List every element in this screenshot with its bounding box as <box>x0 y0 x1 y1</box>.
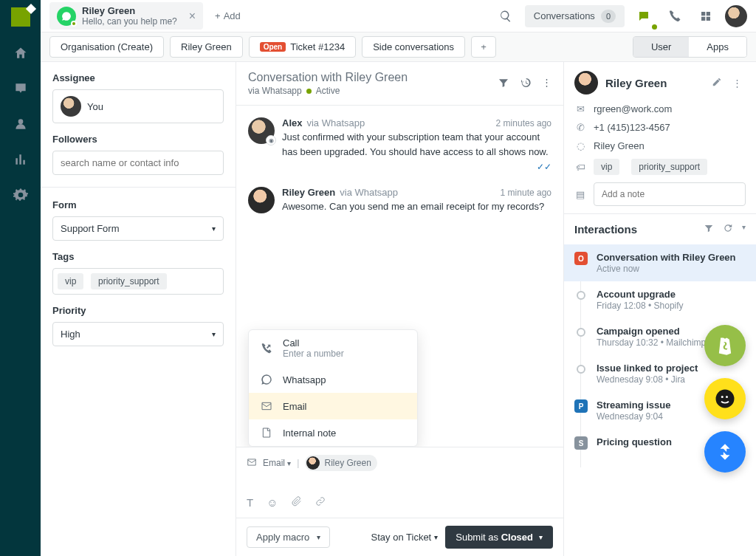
note-input[interactable] <box>594 182 746 206</box>
history-icon[interactable] <box>520 77 532 91</box>
chevron-down-icon[interactable]: ▾ <box>742 223 746 236</box>
chevron-down-icon: ▾ <box>212 330 216 338</box>
emoji-icon[interactable]: ☺ <box>267 496 278 509</box>
whatsapp-icon: ◌ <box>574 140 586 151</box>
attachment-icon[interactable] <box>292 496 302 509</box>
more-icon[interactable]: ⋮ <box>542 77 551 91</box>
apps-grid-icon[interactable] <box>694 4 718 28</box>
filter-icon[interactable] <box>704 223 714 236</box>
settings-icon[interactable] <box>12 186 30 204</box>
conversation-panel: Conversation with Riley Green via Whatsa… <box>236 62 564 556</box>
customer-name: Riley Green <box>605 77 704 89</box>
reply-option-email[interactable]: Email <box>249 393 417 419</box>
chat-status-icon[interactable] <box>632 4 656 28</box>
composer: Email ▾ | Riley Green T ☺ <box>236 447 563 518</box>
message-via: via Whatsapp <box>340 187 398 198</box>
followers-search[interactable] <box>61 157 216 168</box>
mailchimp-app-icon[interactable] <box>704 378 746 419</box>
phone-icon: ✆ <box>574 122 586 133</box>
email-icon <box>247 457 257 470</box>
customer-whatsapp[interactable]: ◌Riley Green <box>574 140 746 151</box>
stay-on-ticket-button[interactable]: Stay on Ticket▾ <box>371 532 439 543</box>
text-format-icon[interactable]: T <box>247 496 253 509</box>
message-via: via Whatsapp <box>306 117 365 128</box>
svg-point-1 <box>721 396 724 398</box>
avatar <box>248 187 275 213</box>
home-icon[interactable] <box>12 44 30 62</box>
form-select[interactable]: Support Form▾ <box>52 216 224 241</box>
tab-side-conversations[interactable]: Side conversations <box>362 36 465 58</box>
context-tabs: Organisation (Create) Riley Green Open T… <box>41 32 756 62</box>
footer-bar: Apply macro▾ Stay on Ticket▾ Submit as C… <box>236 518 563 556</box>
message: ◉ Alex via Whatsapp 2 minutes ago Just c… <box>248 117 551 172</box>
apply-macro-button[interactable]: Apply macro▾ <box>247 526 330 548</box>
interaction-item[interactable]: Account upgradeFriday 12:08 • Shopify <box>574 281 746 318</box>
filter-icon[interactable] <box>498 77 509 91</box>
assignee-avatar <box>61 96 81 117</box>
messages-list: ◉ Alex via Whatsapp 2 minutes ago Just c… <box>236 106 563 447</box>
recipient-chip[interactable]: Riley Green <box>305 455 377 471</box>
tab-requester[interactable]: Riley Green <box>170 36 243 58</box>
tags-field[interactable]: vip priority_support <box>52 268 224 295</box>
assignee-field[interactable]: You <box>52 89 224 123</box>
followers-input[interactable] <box>52 151 224 175</box>
seg-user[interactable]: User <box>633 37 689 57</box>
customer-tags: 🏷 vip priority_support <box>574 159 746 175</box>
email-icon: ✉ <box>574 103 586 114</box>
active-chat-tab[interactable]: Riley Green Hello, can you help me? × <box>49 2 203 30</box>
customer-email[interactable]: ✉rgreen@work.com <box>574 103 746 114</box>
add-tab-button[interactable]: + Add <box>209 7 247 24</box>
phone-icon[interactable] <box>663 4 687 28</box>
seg-apps[interactable]: Apps <box>689 37 746 57</box>
shopify-app-icon[interactable] <box>704 325 746 366</box>
reports-icon[interactable] <box>12 151 30 168</box>
app-bubbles <box>704 325 746 473</box>
close-icon[interactable]: × <box>189 10 196 23</box>
priority-select[interactable]: High▾ <box>52 322 224 346</box>
tag-chip[interactable]: vip <box>58 273 83 289</box>
tab-organisation[interactable]: Organisation (Create) <box>49 36 164 58</box>
message-author: Alex <box>282 117 302 128</box>
status-label: Active <box>316 86 340 96</box>
ticket-label: Ticket #1234 <box>290 41 345 52</box>
right-panel-toggle: User Apps <box>633 36 747 58</box>
event-dot-icon <box>577 365 585 374</box>
tag-chip[interactable]: priority_support <box>91 273 167 289</box>
reply-channel-select[interactable]: Email ▾ <box>263 458 291 468</box>
note-icon <box>259 427 274 439</box>
submit-button[interactable]: Submit as Closed ▾ <box>445 526 553 549</box>
tag-chip[interactable]: vip <box>594 159 619 175</box>
reply-option-whatsapp[interactable]: Whatsapp <box>249 366 417 393</box>
reply-option-internal-note[interactable]: Internal note <box>249 419 417 446</box>
reply-option-call[interactable]: CallEnter a number <box>249 330 417 366</box>
app-logo <box>11 7 30 27</box>
link-icon[interactable] <box>315 496 326 509</box>
more-icon[interactable]: ⋮ <box>732 78 746 89</box>
tags-label: Tags <box>52 251 224 262</box>
form-label: Form <box>52 199 224 210</box>
conversation-title: Conversation with Riley Green <box>248 71 498 84</box>
conversations-count: 0 <box>601 10 616 23</box>
chevron-down-icon: ▾ <box>434 533 438 541</box>
tab-ticket[interactable]: Open Ticket #1234 <box>249 36 357 58</box>
customer-phone[interactable]: ✆+1 (415)123-4567 <box>574 122 746 133</box>
tag-icon: 🏷 <box>574 162 586 173</box>
edit-icon[interactable] <box>712 77 725 89</box>
tag-chip[interactable]: priority_support <box>631 159 707 175</box>
jira-app-icon[interactable] <box>704 431 746 473</box>
status-badge: Open <box>260 42 286 52</box>
interaction-item[interactable]: O Conversation with Riley GreenActive no… <box>564 244 756 281</box>
whatsapp-icon <box>57 7 76 26</box>
plus-icon: + <box>215 10 221 21</box>
conversations-button[interactable]: Conversations 0 <box>525 5 625 27</box>
customers-icon[interactable] <box>12 115 30 133</box>
whatsapp-icon <box>259 374 274 385</box>
inbox-icon[interactable] <box>12 80 30 97</box>
search-icon[interactable] <box>494 4 518 28</box>
assignee-value: You <box>87 101 103 112</box>
reply-channel-menu: CallEnter a number Whatsapp Email I <box>248 329 418 447</box>
refresh-icon[interactable] <box>723 223 733 236</box>
user-avatar[interactable] <box>725 5 747 27</box>
svg-point-0 <box>716 390 735 408</box>
add-context-tab[interactable]: + <box>471 36 496 58</box>
